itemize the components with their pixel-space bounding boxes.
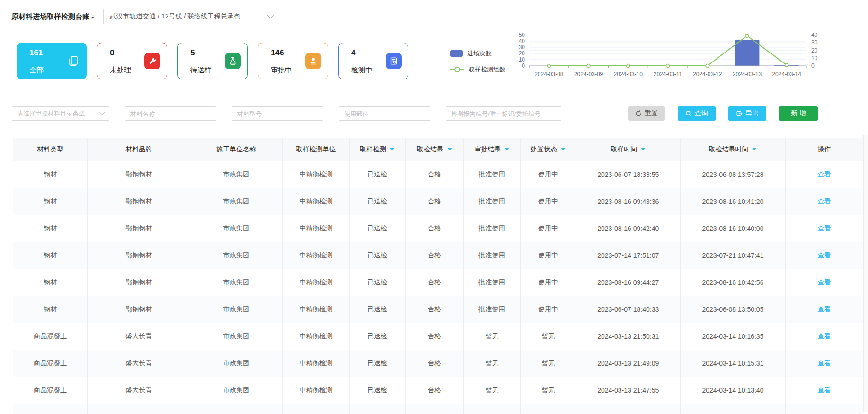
table-cell: 鄂钢钢材 — [88, 296, 190, 323]
chevron-down-icon — [267, 12, 274, 18]
table-cell: 暂无 — [520, 350, 576, 377]
x-axis-label: 2024-03-12 — [693, 71, 722, 78]
export-button[interactable]: 导出 — [728, 106, 766, 121]
material-name-input[interactable] — [125, 106, 216, 121]
filter-icon[interactable] — [447, 148, 452, 153]
table-cell: 2023-08-16 10:41:20 — [680, 188, 785, 215]
view-link[interactable]: 查看 — [817, 305, 831, 313]
filter-icon[interactable] — [641, 148, 646, 153]
table-cell: 2024-03-14 10:12:26 — [680, 404, 785, 414]
right-axis-tick: 0 — [811, 62, 815, 69]
table-cell: 市政集团 — [190, 323, 283, 350]
search-button[interactable]: 查询 — [678, 106, 716, 121]
line-marker — [706, 64, 709, 68]
reset-button[interactable]: 重置 — [628, 106, 665, 121]
table-cell: 商品混凝土 — [13, 323, 88, 350]
material-model-input[interactable] — [232, 106, 323, 121]
stat-card-all[interactable]: 161 全部 — [17, 43, 87, 79]
material-category-select[interactable]: 请选择甲控材料目录类型 — [12, 106, 109, 121]
column-header[interactable]: 审批结果 — [463, 138, 520, 161]
filter-icon[interactable] — [752, 148, 757, 153]
x-axis-label: 2024-03-10 — [614, 71, 643, 78]
column-header[interactable]: 处置状态 — [520, 138, 576, 161]
table-cell: 已送检 — [349, 296, 405, 323]
table-cell: 使用中 — [520, 269, 576, 296]
view-link[interactable]: 查看 — [817, 224, 831, 232]
view-link[interactable]: 查看 — [817, 386, 831, 394]
left-axis-tick: 10 — [519, 56, 525, 63]
table-cell: 2023-06-07 18:40:33 — [576, 296, 680, 323]
left-axis-tick: 50 — [519, 32, 525, 38]
table-cell: 中精衡检测 — [283, 404, 349, 414]
table-cell: 2024-03-13 21:50:31 — [576, 323, 680, 350]
table-cell: 市政集团 — [190, 350, 283, 377]
table-cell: 2023-06-08 13:50:05 — [680, 296, 785, 323]
column-header-label: 取检结果 — [417, 145, 443, 153]
x-axis-label: 2024-03-09 — [574, 71, 603, 78]
table-cell: 盛大长青 — [88, 323, 190, 350]
usage-part-input[interactable] — [339, 106, 430, 121]
view-link[interactable]: 查看 — [817, 278, 831, 286]
table-cell: 已送检 — [349, 323, 405, 350]
table-cell: 市政集团 — [190, 404, 283, 414]
scrollbar-track[interactable] — [863, 135, 868, 412]
bar-swatch-icon — [450, 50, 463, 57]
table-cell-actions: 查看 — [785, 350, 863, 377]
table-cell: 暂无 — [520, 377, 576, 404]
table-cell: 市政集团 — [190, 242, 283, 269]
filter-icon[interactable] — [505, 148, 509, 153]
table-cell: 已送检 — [349, 377, 405, 404]
stat-card-unprocessed[interactable]: 0 未处理 — [97, 43, 167, 79]
table-cell-actions: 查看 — [785, 377, 863, 404]
table-cell: 2023-08-16 10:42:56 — [680, 269, 785, 296]
column-header[interactable]: 取检结果时间 — [680, 138, 785, 161]
view-link[interactable]: 查看 — [817, 332, 831, 340]
column-header[interactable]: 取检结果 — [405, 138, 463, 161]
table-cell-actions: 查看 — [785, 161, 863, 188]
report-number-input[interactable] — [446, 106, 561, 121]
filter-icon[interactable] — [561, 148, 566, 153]
column-header[interactable]: 取样检测 — [349, 138, 405, 161]
table-cell-actions: 查看 — [785, 296, 863, 323]
x-axis-label: 2024-03-08 — [534, 71, 564, 78]
view-link[interactable]: 查看 — [817, 170, 831, 178]
column-header[interactable]: 取样时间 — [576, 138, 680, 161]
view-link[interactable]: 查看 — [817, 251, 831, 259]
view-link[interactable]: 查看 — [817, 197, 831, 205]
table-cell: 暂无 — [520, 404, 576, 414]
table-cell: 已送检 — [349, 242, 405, 269]
table-cell: 2023-08-16 10:40:00 — [680, 215, 785, 242]
line-marker — [745, 34, 749, 37]
table-cell: 钢材 — [13, 269, 88, 296]
x-axis-label: 2024-03-13 — [733, 71, 762, 78]
table-cell: 商品混凝土 — [13, 404, 88, 414]
stat-card-to-send[interactable]: 5 待送样 — [177, 43, 248, 79]
stat-card-approving[interactable]: 146 审批中 — [258, 43, 328, 79]
trend-chart: 010203040500102030402024-03-082024-03-09… — [507, 30, 834, 85]
table-cell: 合格 — [405, 296, 463, 323]
stat-card-testing[interactable]: 4 检测中 — [338, 43, 408, 79]
filter-icon[interactable] — [390, 148, 395, 153]
table-row: 钢材鄂钢钢材市政集团中精衡检测已送检合格批准使用使用中2023-08-16 09… — [13, 215, 863, 242]
view-link[interactable]: 查看 — [817, 359, 831, 367]
table-cell: 中精衡检测 — [283, 242, 349, 269]
table-cell: 合格 — [405, 377, 463, 404]
table-cell: 鄂钢钢材 — [88, 188, 190, 215]
legend-item-entries[interactable]: 进场次数 — [450, 49, 505, 58]
table-cell: 市政集团 — [190, 377, 283, 404]
table-cell: 商品混凝土 — [13, 377, 88, 404]
project-selector[interactable]: 武汉市轨道交通 / 12号线 / 联络线工程总承包 — [103, 9, 279, 24]
table-cell-actions: 查看 — [785, 215, 863, 242]
x-axis-label: 2024-03-14 — [772, 71, 801, 78]
table-cell: 中精衡检测 — [283, 377, 349, 404]
legend-item-sampling[interactable]: 取样检测组数 — [450, 65, 505, 74]
table-cell: 已送检 — [349, 404, 405, 414]
add-button[interactable]: 新 增 — [779, 106, 818, 121]
table-cell: 已送检 — [349, 188, 405, 215]
table-cell: 盛大长青 — [88, 377, 190, 404]
table-cell: 2023-06-08 13:57:28 — [680, 161, 785, 188]
table-cell: 批准使用 — [463, 242, 520, 269]
table-cell: 合格 — [405, 215, 463, 242]
table-cell: 合格 — [405, 188, 463, 215]
column-header-label: 审批结果 — [474, 145, 501, 153]
